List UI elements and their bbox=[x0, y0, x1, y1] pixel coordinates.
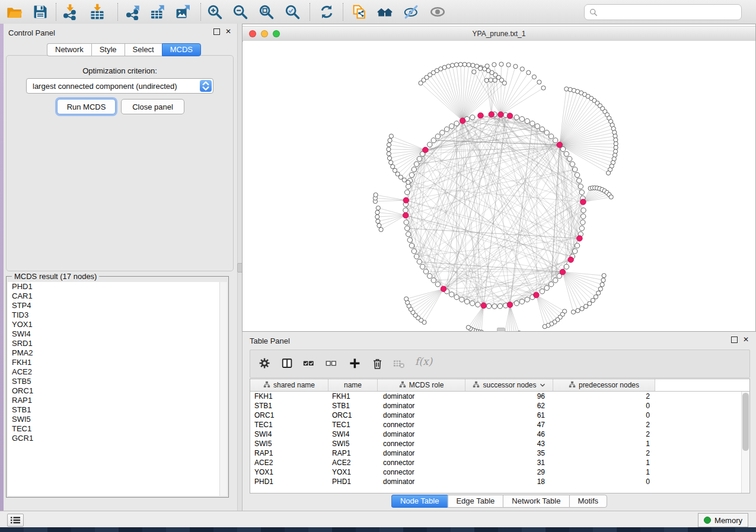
search-input[interactable] bbox=[598, 7, 741, 18]
mcds-result-item[interactable]: SWI4 bbox=[8, 329, 227, 339]
graph-node[interactable] bbox=[493, 78, 497, 82]
tab-node-table[interactable]: Node Table bbox=[391, 495, 448, 508]
graph-node[interactable] bbox=[393, 168, 397, 172]
column-view-icon[interactable] bbox=[281, 357, 294, 370]
graph-node[interactable] bbox=[377, 223, 381, 227]
graph-node[interactable] bbox=[532, 75, 536, 79]
graph-hub-node[interactable] bbox=[557, 142, 563, 148]
graph-node[interactable] bbox=[564, 152, 569, 156]
criterion-select[interactable]: largest connected component (undirected) bbox=[26, 78, 213, 94]
graph-node[interactable] bbox=[402, 178, 406, 182]
import-table-icon[interactable] bbox=[89, 4, 106, 20]
tab-network[interactable]: Network bbox=[47, 43, 91, 56]
graph-node[interactable] bbox=[489, 78, 493, 82]
graph-node[interactable] bbox=[519, 117, 524, 121]
column-header-successor-nodes[interactable]: successor nodes bbox=[465, 379, 553, 391]
graph-node[interactable] bbox=[609, 195, 613, 199]
graph-node[interactable] bbox=[449, 124, 454, 129]
graph-node[interactable] bbox=[577, 178, 582, 183]
mcds-result-item[interactable]: ACE2 bbox=[8, 367, 227, 377]
graph-node[interactable] bbox=[412, 249, 416, 254]
graph-node[interactable] bbox=[600, 283, 604, 287]
graph-node[interactable] bbox=[571, 310, 575, 314]
graph-node[interactable] bbox=[412, 167, 416, 172]
graph-node[interactable] bbox=[375, 214, 379, 219]
graph-node[interactable] bbox=[575, 243, 579, 248]
table-row[interactable]: ACE2ACE2connector311 bbox=[250, 458, 742, 467]
table-row[interactable]: ORC1ORC1dominator610 bbox=[250, 411, 742, 420]
graph-node[interactable] bbox=[406, 180, 410, 184]
mcds-result-item[interactable]: SRD1 bbox=[8, 339, 227, 348]
graph-node[interactable] bbox=[409, 172, 414, 177]
import-network-icon[interactable] bbox=[62, 4, 78, 20]
tab-style[interactable]: Style bbox=[91, 43, 125, 56]
close-panel-button[interactable]: Close panel bbox=[121, 99, 184, 114]
mcds-result-item[interactable]: FKH1 bbox=[8, 358, 227, 367]
tab-mcds[interactable]: MCDS bbox=[162, 43, 201, 56]
graph-node[interactable] bbox=[520, 67, 524, 71]
graph-node[interactable] bbox=[544, 286, 549, 290]
graph-node[interactable] bbox=[454, 121, 459, 126]
column-header-mcds-role[interactable]: MCDS role bbox=[378, 379, 465, 391]
zoom-out-icon[interactable] bbox=[232, 4, 248, 20]
graph-node[interactable] bbox=[471, 63, 475, 68]
graph-hub-node[interactable] bbox=[423, 147, 429, 153]
graph-node[interactable] bbox=[506, 63, 511, 67]
graph-node[interactable] bbox=[584, 305, 588, 309]
graph-node[interactable] bbox=[514, 301, 519, 306]
graph-node[interactable] bbox=[417, 259, 422, 264]
graph-node[interactable] bbox=[391, 165, 395, 169]
table-scrollbar[interactable] bbox=[741, 392, 749, 493]
network-canvas[interactable] bbox=[243, 41, 755, 331]
graph-node[interactable] bbox=[588, 302, 592, 306]
mcds-result-item[interactable]: STB1 bbox=[8, 405, 227, 415]
graph-node[interactable] bbox=[499, 62, 503, 66]
graph-node[interactable] bbox=[458, 62, 462, 66]
refresh-icon[interactable] bbox=[318, 4, 335, 20]
table-row[interactable]: STB1STB1dominator620 bbox=[250, 401, 742, 411]
graph-node[interactable] bbox=[374, 193, 378, 197]
clone-network-icon[interactable] bbox=[351, 4, 368, 20]
graph-hub-node[interactable] bbox=[507, 113, 513, 119]
graph-node[interactable] bbox=[376, 219, 380, 223]
graph-node[interactable] bbox=[601, 278, 605, 282]
mcds-result-item[interactable]: PMA2 bbox=[8, 348, 227, 358]
graph-hub-node[interactable] bbox=[580, 199, 586, 205]
graph-node[interactable] bbox=[414, 162, 419, 166]
graph-node[interactable] bbox=[387, 147, 391, 151]
graph-node[interactable] bbox=[449, 292, 454, 297]
table-row[interactable]: PHD1PHD1dominator180 bbox=[250, 477, 742, 486]
graph-node[interactable] bbox=[420, 264, 425, 269]
graph-node[interactable] bbox=[479, 66, 483, 70]
float-panel-icon[interactable] bbox=[213, 28, 220, 35]
graph-node[interactable] bbox=[581, 214, 586, 219]
graph-node[interactable] bbox=[580, 307, 584, 311]
save-session-icon[interactable] bbox=[32, 4, 49, 20]
export-image-icon[interactable] bbox=[175, 4, 192, 20]
network-graph[interactable] bbox=[243, 41, 755, 331]
graph-node[interactable] bbox=[492, 63, 496, 67]
graph-node[interactable] bbox=[464, 299, 469, 304]
zoom-in-icon[interactable] bbox=[206, 4, 223, 20]
graph-node[interactable] bbox=[581, 208, 586, 213]
graph-node[interactable] bbox=[389, 134, 393, 138]
graph-hub-node[interactable] bbox=[403, 213, 409, 219]
graph-node[interactable] bbox=[579, 190, 584, 194]
graph-node[interactable] bbox=[387, 143, 391, 147]
graph-node[interactable] bbox=[444, 127, 449, 132]
graph-node[interactable] bbox=[467, 63, 471, 67]
graph-node[interactable] bbox=[535, 124, 540, 129]
graph-node[interactable] bbox=[497, 304, 502, 309]
table-row[interactable]: RAP1RAP1dominator352 bbox=[250, 448, 742, 458]
graph-node[interactable] bbox=[486, 304, 491, 309]
graph-node[interactable] bbox=[513, 65, 518, 69]
tab-network-table[interactable]: Network Table bbox=[503, 495, 569, 508]
graph-node[interactable] bbox=[462, 62, 467, 66]
search-box[interactable] bbox=[584, 4, 742, 20]
graph-node[interactable] bbox=[492, 304, 497, 309]
graph-hub-node[interactable] bbox=[403, 197, 409, 203]
graph-hub-node[interactable] bbox=[460, 118, 465, 124]
memory-button[interactable]: Memory bbox=[698, 513, 748, 527]
graph-node[interactable] bbox=[578, 184, 583, 189]
graph-node[interactable] bbox=[567, 156, 572, 161]
